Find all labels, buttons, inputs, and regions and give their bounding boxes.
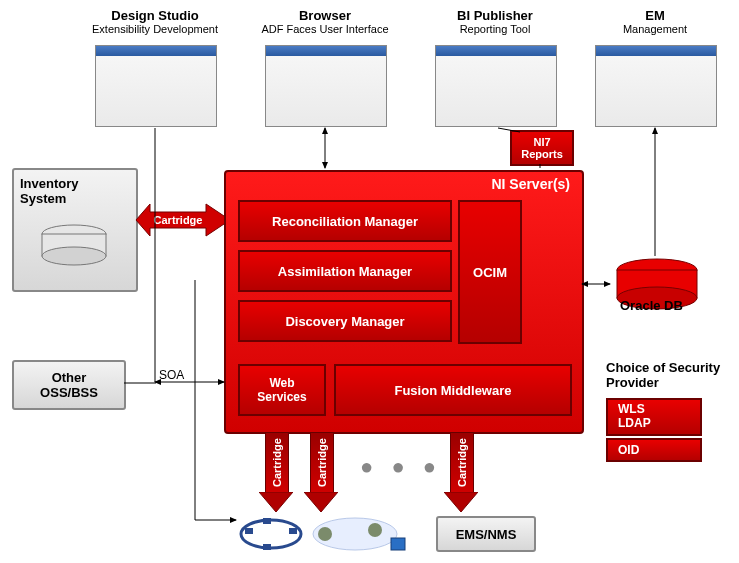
connectors	[0, 0, 739, 563]
